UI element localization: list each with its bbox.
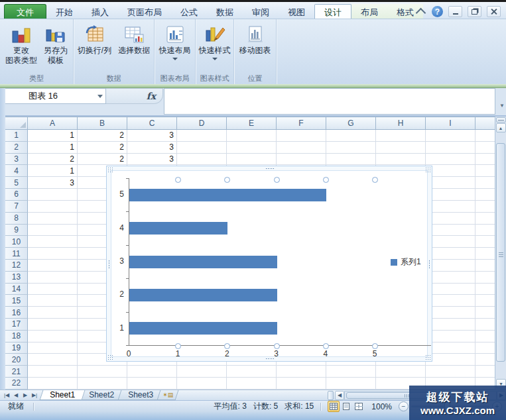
cell-J6[interactable] <box>475 189 495 201</box>
cell-G2[interactable] <box>326 142 376 154</box>
bar-category-1[interactable] <box>129 322 277 335</box>
cell-F21[interactable] <box>277 366 326 378</box>
next-sheet-icon[interactable]: ▶ <box>21 392 29 398</box>
cell-H21[interactable] <box>376 366 426 378</box>
cell-C2[interactable]: 3 <box>127 142 177 154</box>
row-header-1[interactable]: 1 <box>5 130 28 142</box>
cell-F2[interactable] <box>277 142 326 154</box>
row-header-12[interactable]: 12 <box>5 260 28 272</box>
cell-J8[interactable] <box>475 213 495 225</box>
cell-D22[interactable] <box>177 378 227 390</box>
chart-object[interactable]: 系列1 12345012345 <box>106 166 432 362</box>
chart-corner-handle[interactable] <box>425 354 431 360</box>
scroll-left-button[interactable]: ◀ <box>335 391 344 400</box>
cell-A13[interactable] <box>28 272 78 284</box>
cell-A10[interactable] <box>28 236 78 248</box>
row-header-14[interactable]: 14 <box>5 284 28 295</box>
cell-G1[interactable] <box>326 130 376 142</box>
scroll-up-button[interactable]: ▲ <box>496 123 506 132</box>
cell-B2[interactable]: 2 <box>78 142 127 154</box>
cell-J5[interactable] <box>475 177 495 189</box>
bar-category-5[interactable] <box>129 189 326 201</box>
cell-I3[interactable] <box>426 154 475 166</box>
cell-A1[interactable]: 1 <box>28 130 78 142</box>
cell-A16[interactable] <box>28 307 78 319</box>
cell-I20[interactable] <box>426 354 475 366</box>
cell-E3[interactable] <box>227 154 277 166</box>
change-chart-type-button[interactable]: 更改 图表类型 <box>3 22 40 67</box>
chart-edge-handle[interactable] <box>428 260 430 269</box>
cell-I11[interactable] <box>426 248 475 260</box>
cell-A3[interactable]: 2 <box>28 154 78 166</box>
row-header-2[interactable]: 2 <box>5 142 28 154</box>
cell-G21[interactable] <box>326 366 376 378</box>
minimize-ribbon-icon[interactable] <box>414 7 426 17</box>
cell-A22[interactable] <box>28 378 78 390</box>
cell-J10[interactable] <box>475 236 495 248</box>
row-header-20[interactable]: 20 <box>5 354 28 366</box>
row-header-15[interactable]: 15 <box>5 295 28 307</box>
row-header-3[interactable]: 3 <box>5 154 28 166</box>
move-chart-button[interactable]: 移动图表 <box>237 22 274 57</box>
formula-bar-expand-icon[interactable]: ▼ <box>499 103 505 109</box>
cell-J18[interactable] <box>475 331 495 342</box>
bar-category-2[interactable] <box>129 289 277 301</box>
column-header-G[interactable]: G <box>326 117 376 130</box>
cell-I8[interactable] <box>426 213 475 225</box>
cell-E1[interactable] <box>227 130 277 142</box>
column-header-B[interactable]: B <box>78 117 127 130</box>
cell-I6[interactable] <box>426 189 475 201</box>
cell-A8[interactable] <box>28 213 78 225</box>
cell-A11[interactable] <box>28 248 78 260</box>
normal-view-button[interactable] <box>328 401 340 412</box>
name-box[interactable]: 图表 16 <box>0 88 106 104</box>
vertical-scrollbar-thumb[interactable] <box>496 143 505 362</box>
row-header-18[interactable]: 18 <box>5 331 28 342</box>
cell-E2[interactable] <box>227 142 277 154</box>
gridline-handle[interactable] <box>372 343 378 349</box>
gridline-handle[interactable] <box>175 343 181 349</box>
gridline-handle[interactable] <box>372 177 378 183</box>
row-header-22[interactable]: 22 <box>5 378 28 390</box>
column-header-I[interactable]: I <box>426 117 475 130</box>
page-break-view-button[interactable] <box>353 401 365 412</box>
cell-G3[interactable] <box>326 154 376 166</box>
cell-A19[interactable] <box>28 342 78 354</box>
cell-I12[interactable] <box>426 260 475 272</box>
cell-H2[interactable] <box>376 142 426 154</box>
chart-corner-handle[interactable] <box>425 167 431 173</box>
cell-B21[interactable] <box>78 366 127 378</box>
cell-J13[interactable] <box>475 272 495 284</box>
cell-A12[interactable] <box>28 260 78 272</box>
cell-A20[interactable] <box>28 354 78 366</box>
row-header-21[interactable]: 21 <box>5 366 28 378</box>
formula-input[interactable] <box>164 88 495 115</box>
cell-J3[interactable] <box>475 154 495 166</box>
minimize-window-button[interactable] <box>448 6 462 17</box>
column-header-H[interactable]: H <box>376 117 426 130</box>
cell-D21[interactable] <box>177 366 227 378</box>
cell-I10[interactable] <box>426 236 475 248</box>
cell-A15[interactable] <box>28 295 78 307</box>
cell-J15[interactable] <box>475 295 495 307</box>
row-header-13[interactable]: 13 <box>5 272 28 284</box>
cell-J20[interactable] <box>475 354 495 366</box>
gridline-handle[interactable] <box>224 343 230 349</box>
cell-J12[interactable] <box>475 260 495 272</box>
row-header-9[interactable]: 9 <box>5 225 28 236</box>
cell-I18[interactable] <box>426 331 475 342</box>
page-layout-view-button[interactable] <box>340 401 352 412</box>
zoom-level[interactable]: 100% <box>371 402 392 411</box>
chart-edge-handle[interactable] <box>265 168 275 170</box>
gridline-handle[interactable] <box>323 343 329 349</box>
cell-A7[interactable] <box>28 201 78 213</box>
cell-J11[interactable] <box>475 248 495 260</box>
cell-J14[interactable] <box>475 284 495 295</box>
chart-corner-handle[interactable] <box>107 354 113 360</box>
row-header-17[interactable]: 17 <box>5 319 28 331</box>
restore-window-button[interactable] <box>468 6 481 17</box>
cell-I19[interactable] <box>426 342 475 354</box>
cell-I1[interactable] <box>426 130 475 142</box>
chart-legend[interactable]: 系列1 <box>391 256 421 268</box>
cell-I13[interactable] <box>426 272 475 284</box>
